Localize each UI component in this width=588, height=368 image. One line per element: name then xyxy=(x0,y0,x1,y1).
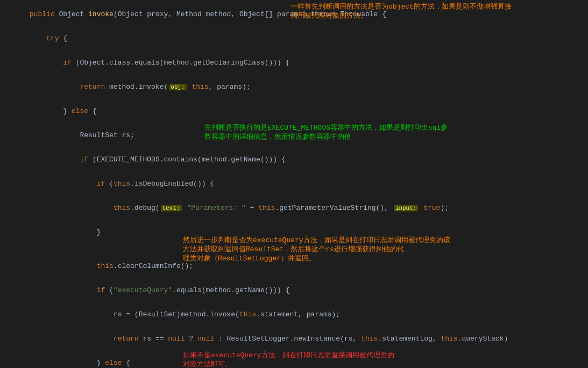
annotation-line12: 然后进一步判断是否为executeQuery方法，如果是则在打印日志后调用被代理… xyxy=(183,236,450,263)
code-line-3: if (Object.class.equals(method.getDeclar… xyxy=(0,51,588,75)
code-line-13: if ("executeQuery".equals(method.getName… xyxy=(0,278,588,302)
annotation-line16: 如果不是executeQuery方法，则在打印日志后直接调用被代理类的对应方法即… xyxy=(183,351,394,368)
code-line-8: if (this.isDebugEnabled()) { xyxy=(0,172,588,196)
annotation-line6: 先判断是否执行的是EXECUTE_METHODS容器中的方法，如果是则打印出sq… xyxy=(204,123,448,141)
code-line-16: } else { 如果不是executeQuery方法，则在打印日志后直接调用被… xyxy=(0,351,588,368)
code-line-5: } else { xyxy=(0,99,588,123)
code-line-4: return method.invoke(obj: this, params); xyxy=(0,75,588,99)
code-line-15: return rs == null ? null : ResultSetLogg… xyxy=(0,327,588,351)
annotation-line1: 一样首先判断调用的方法是否为object的方法，如果是则不做增强直接调用被代理对… xyxy=(291,2,512,20)
code-line-14: rs = (ResultSet)method.invoke(this.state… xyxy=(0,302,588,327)
code-line-6: ResultSet rs; 先判断是否执行的是EXECUTE_METHODS容器… xyxy=(0,123,588,147)
code-line-2: try { xyxy=(0,26,588,51)
code-line-1: public Object invoke(Object proxy, Metho… xyxy=(0,2,588,26)
code-view: public Object invoke(Object proxy, Metho… xyxy=(0,0,588,368)
code-line-7: if (EXECUTE_METHODS.contains(method.getN… xyxy=(0,147,588,172)
code-line-12: this.clearColumnInfo(); 然后进一步判断是否为execut… xyxy=(0,254,588,278)
code-line-9: this.debug(text: "Parameters: " + this.g… xyxy=(0,196,588,220)
